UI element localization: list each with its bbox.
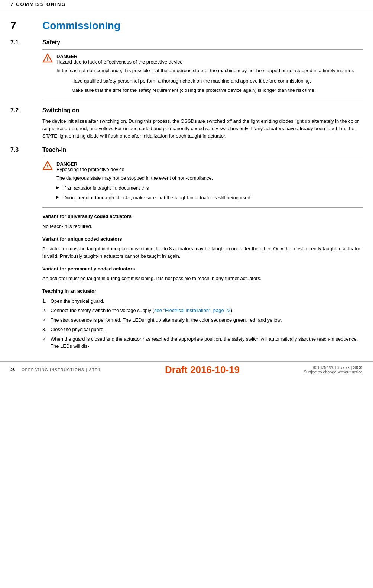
header-chapter-title: COMMISSIONING — [16, 1, 66, 7]
footer-doc-notice: Subject to change without notice — [304, 370, 363, 374]
step-num-2: 2. — [42, 307, 51, 314]
step-text-1: Open the physical guard. — [51, 298, 104, 305]
teaching-step-2: 2. Connect the safety switch to the volt… — [42, 307, 363, 314]
check-mark-1: ✓ — [42, 317, 51, 324]
variant-2-body: An actuator must be taught in during com… — [42, 245, 363, 260]
danger-body-1: In the case of non-compliance, it is pos… — [56, 67, 363, 94]
section-7-1-title: Safety — [42, 39, 60, 46]
check-text-2: When the guard is closed and the actuato… — [51, 335, 363, 350]
section-7-3-title: Teach-in — [42, 147, 67, 153]
section-7-2-body: The device initializes after switching o… — [42, 118, 363, 140]
danger-box-2: ! DANGER Bypassing the protective device… — [42, 157, 363, 208]
danger-list-2: If an actuator is taught in, document th… — [56, 184, 363, 201]
variant-1-body: No teach-in is required. — [42, 223, 363, 230]
teaching-check-2: ✓ When the guard is closed and the actua… — [42, 335, 363, 350]
electrical-installation-link[interactable]: see "Electrical installation", page 22 — [154, 308, 231, 313]
danger-body-text-2: The dangerous state may not be stopped i… — [56, 174, 363, 182]
variant-1-heading: Variant for universally coded actuators — [42, 213, 363, 220]
danger-header-2: ! DANGER Bypassing the protective device — [42, 161, 363, 172]
chapter-heading: 7 Commissioning — [10, 20, 363, 32]
teaching-check-1: ✓ The start sequence is performed. The L… — [42, 317, 363, 324]
section-7-1-heading: 7.1 Safety — [10, 39, 363, 46]
danger-subtitle-1: Hazard due to lack of effectiveness of t… — [56, 59, 182, 65]
danger-body-2: The dangerous state may not be stopped i… — [56, 174, 363, 202]
danger-list-item-1-1: Have qualified safety personnel perform … — [63, 77, 363, 85]
danger-title-1: DANGER — [56, 54, 182, 59]
step-num-1: 1. — [42, 298, 51, 305]
footer-left: 28 OPERATING INSTRUCTIONS | STR1 — [10, 367, 101, 372]
svg-text:!: ! — [47, 56, 49, 62]
check-mark-2: ✓ — [42, 335, 51, 350]
variant-3-heading: Variant for permanently coded actuators — [42, 265, 363, 273]
variant-2-heading: Variant for unique coded actuators — [42, 235, 363, 243]
check-text-1: The start sequence is performed. The LED… — [51, 317, 282, 324]
section-7-2-title: Switching on — [42, 107, 80, 114]
variants-area: Variant for universally coded actuators … — [42, 213, 363, 350]
svg-text:!: ! — [47, 164, 49, 170]
warning-triangle-icon-2: ! — [42, 160, 53, 171]
section-7-1-number: 7.1 — [10, 39, 42, 46]
chapter-number: 7 — [10, 20, 42, 32]
danger-list-item-2-1: If an actuator is taught in, document th… — [56, 184, 363, 192]
warning-triangle-icon: ! — [42, 53, 53, 63]
danger-header-1: ! DANGER Hazard due to lack of effective… — [42, 54, 363, 65]
danger-label-area: DANGER Hazard due to lack of effectivene… — [56, 54, 182, 65]
step-text-2: Connect the safety switch to the voltage… — [51, 307, 234, 314]
page-header: 7 COMMISSIONING — [0, 0, 373, 9]
footer-draft-text: Draft 2016-10-19 — [165, 364, 240, 375]
section-7-3-heading: 7.3 Teach-in — [10, 147, 363, 153]
teaching-steps: 1. Open the physical guard. 2. Connect t… — [42, 298, 363, 350]
variant-3-body: An actuator must be taught in during com… — [42, 275, 363, 282]
footer-right: 8018754/2016-xx-xx | SICK Subject to cha… — [304, 365, 363, 374]
page-footer: 28 OPERATING INSTRUCTIONS | STR1 Draft 2… — [0, 361, 373, 378]
danger-list-1: Have qualified safety personnel perform … — [63, 77, 363, 94]
danger-subtitle-2: Bypassing the protective device — [56, 167, 124, 172]
footer-doc-info: OPERATING INSTRUCTIONS | STR1 — [22, 368, 101, 372]
page-content: 7 Commissioning 7.1 Safety ! DANGER Haza… — [0, 9, 373, 350]
footer-doc-code: 8018754/2016-xx-xx | SICK — [304, 365, 363, 370]
danger-label-area-2: DANGER Bypassing the protective device — [56, 161, 124, 172]
header-chapter-number: 7 — [10, 1, 13, 7]
section-7-3-number: 7.3 — [10, 147, 42, 153]
footer-center: Draft 2016-10-19 — [101, 364, 304, 376]
teaching-step-1: 1. Open the physical guard. — [42, 298, 363, 305]
danger-title-2: DANGER — [56, 161, 124, 167]
footer-page-number: 28 — [10, 367, 15, 372]
step-num-3: 3. — [42, 326, 51, 333]
danger-box-1: ! DANGER Hazard due to lack of effective… — [42, 49, 363, 100]
section-7-2-text: The device initializes after switching o… — [42, 118, 363, 140]
chapter-title: Commissioning — [42, 20, 120, 32]
danger-body-text-1: In the case of non-compliance, it is pos… — [56, 67, 363, 74]
danger-list-item-1-2: Make sure that the time for the safety r… — [63, 87, 363, 94]
teaching-step-3: 3. Close the physical guard. — [42, 326, 363, 333]
step-text-3: Close the physical guard. — [51, 326, 105, 333]
danger-list-item-2-2: During regular thorough checks, make sur… — [56, 194, 363, 202]
section-7-2-number: 7.2 — [10, 107, 42, 114]
section-7-2-heading: 7.2 Switching on — [10, 107, 363, 114]
teaching-heading: Teaching in an actuator — [42, 287, 363, 295]
